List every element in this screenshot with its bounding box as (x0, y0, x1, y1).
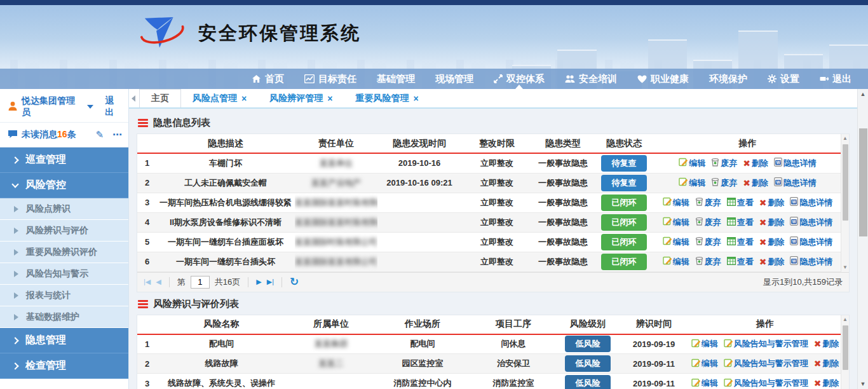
sidebar-logout-link[interactable]: 退出 (105, 95, 122, 118)
delete-link[interactable]: ✖删除 (759, 256, 785, 268)
view-link[interactable]: 查看 (727, 236, 754, 248)
sidebar-submenu-1-5[interactable]: 基础数据维护 (0, 306, 128, 328)
sidebar-collapse-icon[interactable] (132, 95, 135, 102)
risk-table-scrollbar[interactable]: ▲ ▼ (841, 315, 849, 389)
delete-link[interactable]: ✖删除 (743, 158, 768, 169)
sidebar-menu-1[interactable]: 风险管控 (0, 173, 128, 198)
scroll-down-icon[interactable]: ▼ (860, 379, 866, 389)
view-link[interactable]: 查看 (727, 217, 754, 228)
nav-item-7[interactable]: 环境保护 (699, 69, 757, 89)
detail-link[interactable]: W隐患详情 (790, 197, 832, 208)
status-badge: 已闭环 (601, 194, 647, 211)
detail-link[interactable]: W隐患详情 (774, 158, 817, 169)
risk-table-row: 2线路故障某某二园区监控室治安保卫低风险2019-09-11编辑风险告知与警示管… (137, 354, 841, 374)
triangle-right-icon (14, 314, 18, 320)
nav-item-6[interactable]: 职业健康 (627, 69, 699, 89)
more-options-icon[interactable]: ⋯ (112, 129, 122, 140)
cell-value: 消防监控室 (493, 378, 534, 388)
discard-link[interactable]: 废弃 (695, 197, 721, 208)
nav-item-0[interactable]: 首页 (241, 69, 294, 89)
nav-item-4[interactable]: 双控体系 (484, 69, 555, 89)
chevron-right-icon (11, 337, 18, 344)
hazard-table-panel: 隐患描述责任单位隐患发现时间整改时限隐患类型隐患状态操作 1车棚门坏某某单位20… (137, 133, 850, 292)
sidebar-menu-0[interactable]: 巡查管理 (0, 147, 128, 173)
compose-icon[interactable]: ✎ (95, 129, 104, 140)
edit-link[interactable]: 风险告知与警示管理 (724, 338, 808, 350)
discard-icon (695, 236, 703, 247)
page-scrollbar[interactable]: ▲ ▼ (857, 89, 868, 389)
discard-link[interactable]: 废弃 (695, 217, 721, 228)
sidebar-submenu-1-2[interactable]: 重要风险辨识评价 (0, 242, 128, 263)
sidebar-submenu-1-4[interactable]: 报表与统计 (0, 285, 128, 306)
close-icon[interactable]: × (241, 93, 247, 104)
scroll-up-icon[interactable]: ▲ (860, 89, 866, 99)
delete-link[interactable]: ✖删除 (759, 217, 785, 228)
discard-link[interactable]: 废弃 (695, 236, 721, 248)
delete-link[interactable]: ✖删除 (759, 197, 785, 208)
scroll-thumb[interactable] (859, 128, 867, 236)
delete-link[interactable]: ✖删除 (814, 338, 839, 350)
sidebar-submenu-1-0[interactable]: 风险点辨识 (0, 198, 128, 220)
detail-link[interactable]: W隐患详情 (790, 217, 832, 228)
page-number-input[interactable] (191, 276, 210, 289)
delete-link[interactable]: ✖删除 (743, 177, 768, 189)
nav-item-3[interactable]: 现场管理 (425, 69, 484, 89)
nav-item-8[interactable]: 设置 (757, 69, 810, 89)
edit-link[interactable]: 风险告知与警示管理 (724, 358, 808, 369)
view-link[interactable]: 查看 (727, 197, 754, 208)
tab-1[interactable]: 风险点管理× (181, 89, 258, 107)
nav-item-5[interactable]: 安全培训 (555, 69, 627, 89)
cell-value: 立即整改 (480, 198, 513, 207)
next-page-button[interactable]: ▶ (256, 278, 261, 286)
sidebar-menu-2[interactable]: 隐患管理 (0, 328, 128, 353)
user-name[interactable]: 悦达集团管理员 (22, 95, 81, 118)
detail-link[interactable]: W隐患详情 (790, 256, 832, 268)
nav-item-1[interactable]: 目标责任 (294, 69, 367, 89)
nav-item-9[interactable]: 退出 (810, 69, 862, 89)
edit-link[interactable]: 风险告知与警示管理 (724, 378, 808, 389)
sidebar-submenu-1-1[interactable]: 风险辨识与评价 (0, 220, 128, 242)
view-link[interactable]: 查看 (727, 256, 754, 268)
refresh-icon[interactable]: ↻ (290, 276, 299, 287)
scroll-down-icon[interactable]: ▼ (843, 263, 848, 272)
first-page-button[interactable]: |◀ (144, 278, 151, 286)
discard-link[interactable]: 废弃 (711, 177, 737, 189)
sidebar-submenu-1-3[interactable]: 风险告知与警示 (0, 263, 128, 285)
edit-link[interactable]: 编辑 (663, 256, 689, 268)
scroll-up-icon[interactable]: ▲ (843, 134, 848, 143)
scroll-down-icon[interactable]: ▼ (843, 386, 848, 389)
edit-link[interactable]: 编辑 (663, 236, 689, 248)
prev-page-button[interactable]: ◀ (156, 278, 161, 286)
unread-count: 16 (57, 129, 67, 139)
edit-link[interactable]: 编辑 (679, 158, 705, 169)
user-dropdown-caret[interactable] (87, 105, 93, 109)
delete-link[interactable]: ✖删除 (814, 378, 839, 389)
detail-link[interactable]: W隐患详情 (774, 177, 817, 189)
delete-link[interactable]: ✖删除 (759, 236, 785, 248)
tab-2[interactable]: 风险辨评管理× (258, 89, 344, 107)
edit-link[interactable]: 编辑 (691, 358, 718, 369)
discard-link[interactable]: 废弃 (711, 158, 737, 169)
delete-link[interactable]: ✖删除 (814, 358, 839, 369)
tab-0[interactable]: 主页 (139, 89, 181, 107)
edit-link[interactable]: 编辑 (691, 338, 718, 350)
edit-link[interactable]: 编辑 (663, 197, 689, 208)
sidebar-menu-3[interactable]: 检查管理 (0, 353, 128, 379)
edit-link[interactable]: 编辑 (663, 217, 689, 228)
column-header: 风险名称 (156, 315, 287, 334)
cell-value: 一般事故隐患 (538, 257, 588, 266)
hazard-table-scrollbar[interactable]: ▲ ▼ (841, 134, 849, 272)
scroll-up-icon[interactable]: ▲ (843, 315, 848, 324)
last-page-button[interactable]: ▶| (267, 278, 274, 286)
close-icon[interactable]: × (413, 93, 418, 104)
cell-value: 一期车间一缝纫车台插头坏 (176, 257, 275, 266)
edit-link[interactable]: 编辑 (679, 177, 705, 189)
nav-item-2[interactable]: 基础管理 (367, 69, 425, 89)
close-icon[interactable]: × (327, 93, 332, 104)
edit-link[interactable]: 编辑 (691, 378, 718, 389)
discard-link[interactable]: 废弃 (695, 256, 721, 268)
detail-link[interactable]: W隐患详情 (790, 236, 832, 248)
tab-3[interactable]: 重要风险管理× (344, 89, 430, 107)
cell-value: 某某产业地产 (311, 178, 361, 188)
unread-messages-label[interactable]: 未读消息16条 (22, 129, 76, 140)
